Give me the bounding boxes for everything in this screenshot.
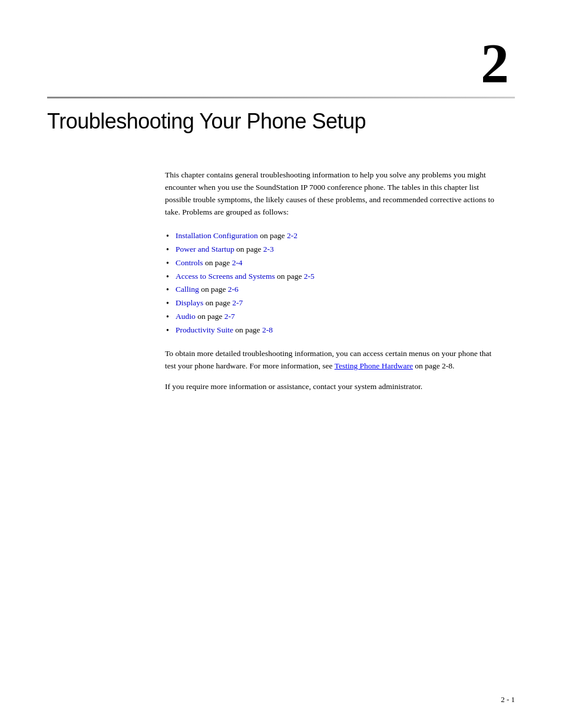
content-area: This chapter contains general troublesho… bbox=[165, 169, 495, 393]
testing-hardware-link[interactable]: Testing Phone Hardware bbox=[335, 361, 413, 370]
controls-page-link[interactable]: 2-4 bbox=[232, 258, 243, 267]
footer-1-suffix: on page 2-8. bbox=[413, 361, 454, 370]
list-item: Productivity Suite on page 2-8 bbox=[165, 324, 495, 337]
power-startup-page-link[interactable]: 2-3 bbox=[263, 245, 274, 253]
list-item: Power and Startup on page 2-3 bbox=[165, 243, 495, 256]
chapter-number: 2 bbox=[47, 35, 515, 92]
page: 2 Troubleshooting Your Phone Setup This … bbox=[0, 0, 562, 728]
calling-page-link[interactable]: 2-6 bbox=[228, 285, 239, 294]
list-item: Calling on page 2-6 bbox=[165, 283, 495, 297]
page-number: 2 - 1 bbox=[501, 695, 515, 704]
calling-link[interactable]: Calling bbox=[176, 285, 199, 294]
installation-config-link[interactable]: Installation Configuration bbox=[176, 231, 258, 240]
power-startup-link[interactable]: Power and Startup bbox=[176, 245, 234, 253]
displays-link[interactable]: Displays bbox=[176, 298, 203, 307]
audio-page-link[interactable]: 2-7 bbox=[224, 312, 235, 321]
productivity-suite-page-link[interactable]: 2-8 bbox=[262, 325, 273, 334]
footer-paragraph-2: If you require more information or assis… bbox=[165, 381, 495, 393]
list-item: Access to Screens and Systems on page 2-… bbox=[165, 270, 495, 284]
controls-link[interactable]: Controls bbox=[176, 258, 203, 267]
list-item: Displays on page 2-7 bbox=[165, 297, 495, 310]
access-screens-link[interactable]: Access to Screens and Systems bbox=[176, 272, 275, 281]
bullet-list: Installation Configuration on page 2-2 P… bbox=[165, 229, 495, 338]
productivity-suite-link[interactable]: Productivity Suite bbox=[176, 325, 233, 334]
installation-config-page-link[interactable]: 2-2 bbox=[287, 231, 297, 240]
chapter-divider bbox=[47, 97, 515, 98]
displays-page-link[interactable]: 2-7 bbox=[232, 298, 243, 307]
access-screens-page-link[interactable]: 2-5 bbox=[304, 272, 315, 281]
audio-link[interactable]: Audio bbox=[176, 312, 196, 321]
chapter-title: Troubleshooting Your Phone Setup bbox=[47, 109, 515, 134]
list-item: Controls on page 2-4 bbox=[165, 256, 495, 270]
list-item: Audio on page 2-7 bbox=[165, 310, 495, 324]
footer-paragraph-1: To obtain more detailed troubleshooting … bbox=[165, 348, 495, 373]
intro-paragraph: This chapter contains general troublesho… bbox=[165, 169, 495, 219]
list-item: Installation Configuration on page 2-2 bbox=[165, 229, 495, 243]
